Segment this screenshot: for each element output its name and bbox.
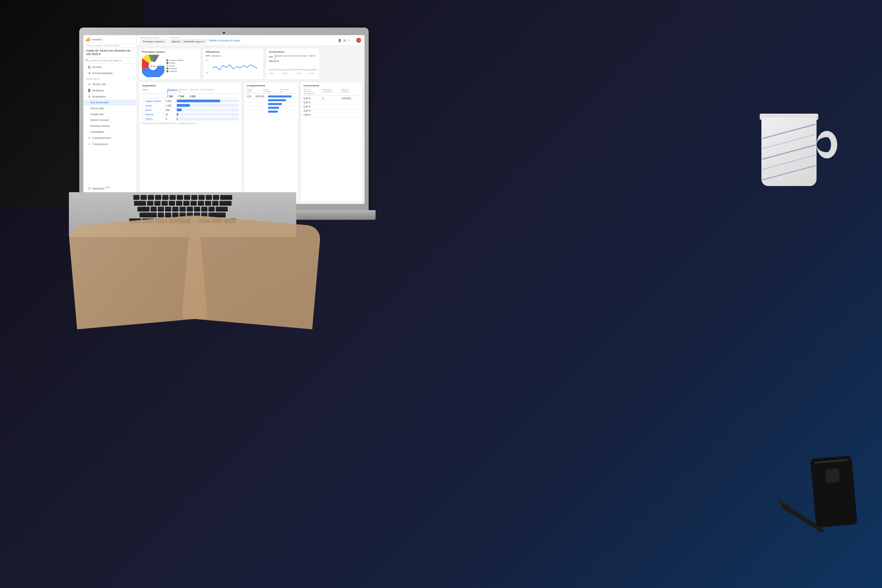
home-icon: 🏠: [87, 65, 91, 69]
acquisition-icon: ⬆: [87, 95, 91, 98]
bar-fill: [177, 108, 182, 111]
svg-text:17 août: 17 août: [238, 76, 244, 77]
nav-vue-ensemble[interactable]: Vue d'ensemble: [83, 99, 136, 105]
key-shift-l: [140, 213, 157, 218]
nav-acquisition[interactable]: ⬆ Acquisition: [83, 93, 136, 99]
card-title-pie: Principaux canaux: [142, 50, 198, 53]
card-principaux-canaux: Principaux canaux: [139, 48, 201, 80]
row-label[interactable]: Referral: [146, 113, 164, 116]
filter-principaux-canaux[interactable]: Principaux canaux ▾: [140, 39, 167, 44]
search-icon: 🔍: [86, 59, 89, 62]
row-label[interactable]: Social: [146, 104, 164, 107]
ga-header: Analytics: [83, 35, 136, 44]
nav-campagnes[interactable]: Campagnes: [83, 129, 136, 135]
audience-icon: 👤: [87, 88, 91, 92]
svg-text:10 août: 10 août: [224, 76, 230, 77]
svg-text:250: 250: [206, 72, 209, 74]
key: [208, 207, 214, 212]
modify-group-link[interactable]: Modifier le groupe de canaux: [209, 39, 240, 42]
ga-logo-bar1: [86, 39, 87, 41]
table-row: 0,00 %: [303, 105, 359, 109]
nav-google-ads[interactable]: Google Ads: [83, 111, 136, 117]
behav-bar: [268, 111, 278, 112]
legend-organic: Organic Search: [166, 59, 184, 62]
key-caps: [138, 207, 150, 212]
filter-conversion[interactable]: Objectif 1 : Newsletter sign-in ▾: [169, 39, 207, 44]
svg-text:24 août: 24 août: [308, 72, 314, 74]
ga-dashboard: Principaux canaux: [137, 46, 364, 204]
key: [190, 201, 197, 206]
card-acquisition: Acquisition Canal Utilisateurs ▾ Nouveau…: [139, 82, 242, 202]
col-users: Utilisateurs ▾: [167, 88, 177, 93]
svg-text:1 août: 1 août: [210, 76, 216, 77]
card-comportement: Comportement Pages/sessi... Duréemoyenne…: [244, 82, 299, 202]
row-label[interactable]: (Other): [146, 118, 164, 120]
more-icon[interactable]: ⋮: [351, 39, 354, 42]
users-line-chart: 400 250 1 août 10 août 17 août: [206, 58, 261, 77]
pie-chart-svg: 43.1%: [142, 55, 164, 77]
table-row: 4 Referral 97: [142, 112, 239, 117]
key: [183, 201, 189, 206]
ga-logo: [86, 37, 90, 41]
conversion-label: Conversion:: [169, 36, 207, 39]
nav-home[interactable]: 🏠 Accueil: [83, 64, 136, 70]
topbar-icons: 👤 ⊞ ? ⋮ U: [338, 38, 361, 43]
comportement-title: Comportement: [247, 84, 296, 87]
row-label[interactable]: Organic Search: [146, 100, 164, 102]
row-label[interactable]: Direct: [146, 109, 164, 111]
svg-text:10 août: 10 août: [282, 72, 288, 74]
row-users: 3: [166, 118, 176, 120]
acquisition-col-headers: Canal Utilisateurs ▾ Nouveaux util. Sess…: [142, 88, 239, 94]
behav-bar: [268, 99, 286, 101]
user-avatar[interactable]: U: [356, 38, 361, 43]
users-legend: Utilisateurs: [206, 55, 261, 57]
nav-tout-trafic[interactable]: Tout le trafic: [83, 105, 136, 111]
summary-cards: Principaux canaux: [139, 48, 363, 80]
realtime-icon: ⊙: [87, 82, 91, 86]
nav-audience[interactable]: 👤 Audience: [83, 87, 136, 93]
nav-attribution[interactable]: ◎ Attribution NEW: [83, 185, 136, 192]
nav-search-console[interactable]: Search Console: [83, 117, 136, 123]
key-enter-top: [219, 201, 231, 206]
legend-referral: Referral: [166, 68, 184, 70]
comportement-rows: 1,35 00:01:00: [247, 94, 296, 114]
nav-reseaux-sociaux[interactable]: Réseaux sociaux: [83, 123, 136, 129]
key: [212, 201, 218, 206]
ga-search[interactable]: 🔍 Rechercher dans les rapports: [83, 57, 136, 64]
nav-temps-reel[interactable]: ⊙ Temps réel: [83, 81, 136, 87]
nav-comportement[interactable]: ≡ Comportement: [83, 135, 136, 141]
table-row: 0,00 %: [303, 100, 359, 105]
bar-fill: [177, 113, 178, 116]
col-bounce: Taux de rebond: [200, 88, 239, 93]
pie-chart-container: 43.1% Organic Search: [142, 55, 198, 77]
grid-icon[interactable]: ⊞: [344, 39, 346, 42]
acquisition-footer: Pour afficher l'ensemble des 5 Canaux, v…: [142, 122, 239, 124]
nav-conversions[interactable]: ✓ Conversions: [83, 141, 136, 147]
row-bar: [177, 113, 239, 116]
table-row: [247, 99, 296, 102]
mug: [754, 110, 837, 214]
row-users: 5 053: [166, 100, 176, 102]
svg-text:3 août: 3 août: [269, 72, 274, 74]
table-row: 2 Social 1 529: [142, 104, 239, 108]
nav-personalisation[interactable]: ★ Personnalisation: [83, 70, 136, 76]
behav-bar: [268, 95, 291, 98]
macbook-camera: [223, 32, 225, 34]
conversions-icon: ✓: [87, 142, 91, 146]
ga-search-placeholder: Rechercher dans les rapports: [90, 59, 122, 62]
key: [141, 195, 147, 200]
help-icon[interactable]: ?: [348, 39, 350, 42]
phone-device: [810, 455, 858, 528]
comportement-icon: ≡: [87, 136, 91, 140]
key-row-2: [73, 201, 292, 206]
key: [180, 207, 186, 212]
bar-fill: [177, 104, 190, 107]
table-row: [247, 110, 296, 114]
profile-icon[interactable]: 👤: [338, 39, 341, 42]
comportement-col-headers: Pages/sessi... Duréemoyenne Taux conv.ob…: [247, 88, 296, 94]
svg-text:43.1%: 43.1%: [150, 66, 156, 68]
personalisation-icon: ★: [87, 71, 91, 75]
conv-legend-line: [269, 57, 273, 57]
users-legend-line: [206, 56, 210, 56]
mug-handle: [816, 131, 837, 159]
